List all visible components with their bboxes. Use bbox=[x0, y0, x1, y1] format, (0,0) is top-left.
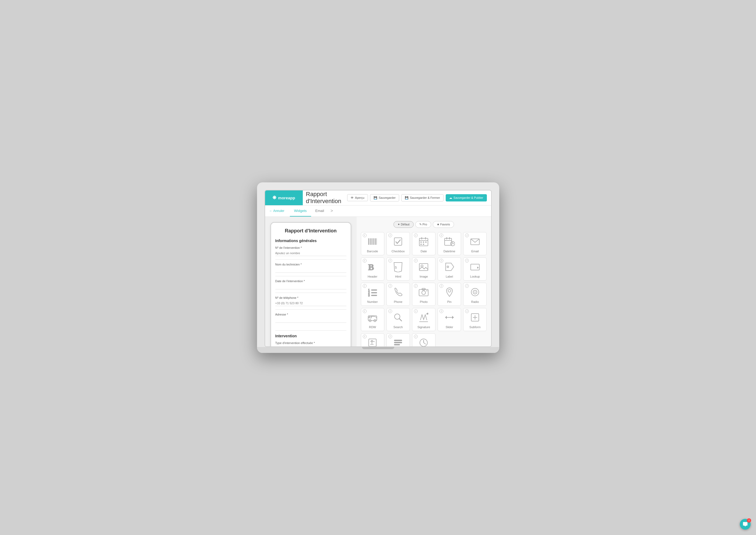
widget-image[interactable]: i Image bbox=[412, 257, 435, 281]
svg-rect-6 bbox=[375, 238, 376, 245]
date-label: Date bbox=[421, 250, 427, 253]
tab-more[interactable]: > bbox=[328, 206, 335, 216]
widget-pin[interactable]: i Pin bbox=[438, 283, 461, 306]
back-button[interactable]: ← Annuler bbox=[269, 209, 284, 213]
svg-point-31 bbox=[447, 266, 449, 268]
svg-rect-16 bbox=[421, 244, 422, 245]
logo-icon: ❋ bbox=[272, 195, 276, 201]
field-technicien: Nom du technicien * bbox=[275, 263, 346, 273]
info-icon: i bbox=[465, 309, 469, 313]
info-icon: i bbox=[465, 259, 469, 263]
info-icon: i bbox=[465, 234, 469, 237]
field-intervention-num-input[interactable] bbox=[275, 250, 346, 256]
svg-marker-57 bbox=[445, 316, 447, 319]
widgets-filters: ✦ Défaut ✎ Pro ★ Favoris bbox=[361, 221, 487, 228]
field-type-intervention-input[interactable] bbox=[275, 346, 346, 347]
form-preview: Rapport d'Intervention Informations géné… bbox=[265, 217, 357, 347]
header-icon: B bbox=[366, 261, 378, 273]
info-icon: i bbox=[440, 234, 443, 237]
slider-label: Slider bbox=[446, 325, 453, 329]
widget-slider[interactable]: i Slider bbox=[438, 308, 461, 331]
html-icon: 5 bbox=[392, 261, 404, 273]
info-icon: i bbox=[363, 284, 366, 288]
widget-photo[interactable]: i Photo bbox=[412, 283, 435, 306]
widget-textarea[interactable]: i Text Area bbox=[387, 333, 410, 347]
filter-defaut-label: ✦ Défaut bbox=[397, 223, 409, 226]
svg-rect-32 bbox=[471, 264, 479, 270]
radio-icon bbox=[469, 286, 481, 298]
widget-time[interactable]: i Time bbox=[412, 333, 435, 347]
info-icon: i bbox=[363, 234, 366, 237]
svg-rect-66 bbox=[394, 342, 402, 343]
info-icon: i bbox=[388, 309, 392, 313]
field-adresse-input[interactable] bbox=[275, 317, 346, 323]
field-date-input[interactable] bbox=[275, 284, 346, 290]
chat-button[interactable]: 2 bbox=[740, 519, 751, 530]
svg-rect-13 bbox=[421, 241, 422, 242]
svg-rect-62 bbox=[369, 339, 376, 347]
widget-text[interactable]: i Text bbox=[361, 333, 384, 347]
subform-label: Subform bbox=[469, 325, 481, 329]
svg-point-44 bbox=[448, 290, 451, 292]
widget-datetime[interactable]: i bbox=[438, 232, 461, 255]
tab-widgets[interactable]: Widgets bbox=[290, 206, 311, 216]
tab-email[interactable]: Email bbox=[311, 206, 329, 216]
widget-label[interactable]: i Label bbox=[438, 257, 461, 281]
laptop-screen: ❋ moreapp Rapport d'Intervention 👁 Aperç… bbox=[265, 190, 492, 347]
widget-barcode[interactable]: i bbox=[361, 232, 384, 255]
filter-defaut[interactable]: ✦ Défaut bbox=[393, 221, 413, 228]
page-title: Rapport d'Intervention bbox=[306, 191, 347, 205]
info-icon: i bbox=[363, 309, 366, 313]
textarea-icon bbox=[392, 337, 404, 347]
info-icon: i bbox=[440, 259, 443, 263]
svg-point-43 bbox=[426, 290, 427, 291]
svg-line-53 bbox=[399, 319, 402, 321]
widget-radio[interactable]: i Radio bbox=[463, 283, 487, 306]
field-telephone: Nº de téléphone * bbox=[275, 296, 346, 306]
sauvegarder-button[interactable]: 💾 Sauvegarder bbox=[370, 194, 399, 202]
svg-point-47 bbox=[475, 292, 476, 293]
svg-rect-29 bbox=[419, 264, 428, 270]
top-actions: 👁 Aperçu 💾 Sauvegarder 💾 Sauvegarder & F… bbox=[347, 194, 487, 202]
top-bar: ❋ moreapp Rapport d'Intervention 👁 Aperç… bbox=[265, 190, 491, 206]
cloud-icon: ☁ bbox=[449, 196, 452, 200]
image-label: Image bbox=[420, 275, 428, 278]
barcode-icon bbox=[366, 236, 378, 247]
widget-html[interactable]: i 5 Html bbox=[387, 257, 410, 281]
info-icon: i bbox=[414, 259, 418, 263]
filter-favoris[interactable]: ★ Favoris bbox=[433, 221, 454, 228]
widget-rdw[interactable]: i RDW bbox=[361, 308, 384, 331]
section1-title: Informations générales bbox=[275, 239, 346, 243]
field-telephone-input[interactable] bbox=[275, 300, 346, 306]
widget-subform[interactable]: i Subform bbox=[463, 308, 487, 331]
field-adresse: Adresse * bbox=[275, 313, 346, 327]
widget-email[interactable]: i Email bbox=[463, 232, 487, 255]
widget-number[interactable]: i 1 2 3 Num bbox=[361, 283, 384, 306]
widget-search[interactable]: i Search bbox=[387, 308, 410, 331]
info-icon: i bbox=[388, 335, 392, 338]
apercu-button[interactable]: 👁 Aperçu bbox=[347, 194, 368, 201]
widget-header[interactable]: i B Header bbox=[361, 257, 384, 281]
field-technicien-input[interactable] bbox=[275, 267, 346, 273]
svg-rect-7 bbox=[377, 238, 377, 245]
svg-text:3: 3 bbox=[368, 294, 370, 297]
number-label: Number bbox=[367, 300, 378, 303]
widget-checkbox[interactable]: i Checkbox bbox=[387, 232, 410, 255]
nav-bar: ← Annuler Widgets Email > bbox=[265, 206, 491, 217]
filter-pro[interactable]: ✎ Pro bbox=[415, 221, 431, 228]
widget-phone[interactable]: i Phone bbox=[387, 283, 410, 306]
filter-pro-label: ✎ Pro bbox=[419, 223, 427, 226]
slider-icon bbox=[444, 311, 455, 323]
sauvegarder-fermer-button[interactable]: 💾 Sauvegarder & Fermer bbox=[401, 194, 444, 202]
text-icon bbox=[366, 337, 378, 347]
field-type-intervention: Type d'intervention effectuée * bbox=[275, 341, 346, 347]
widget-lookup[interactable]: i Lookup bbox=[463, 257, 487, 281]
datetime-label: Datetime bbox=[444, 250, 455, 253]
photo-icon bbox=[418, 286, 429, 298]
widget-date[interactable]: i bbox=[412, 232, 435, 255]
widget-signature[interactable]: i Signature bbox=[412, 308, 435, 331]
sauvegarder-publier-button[interactable]: ☁ Sauvegarder & Publier bbox=[446, 194, 487, 202]
svg-text:5: 5 bbox=[395, 266, 397, 269]
logo-text: moreapp bbox=[278, 196, 295, 200]
svg-rect-17 bbox=[423, 244, 424, 245]
